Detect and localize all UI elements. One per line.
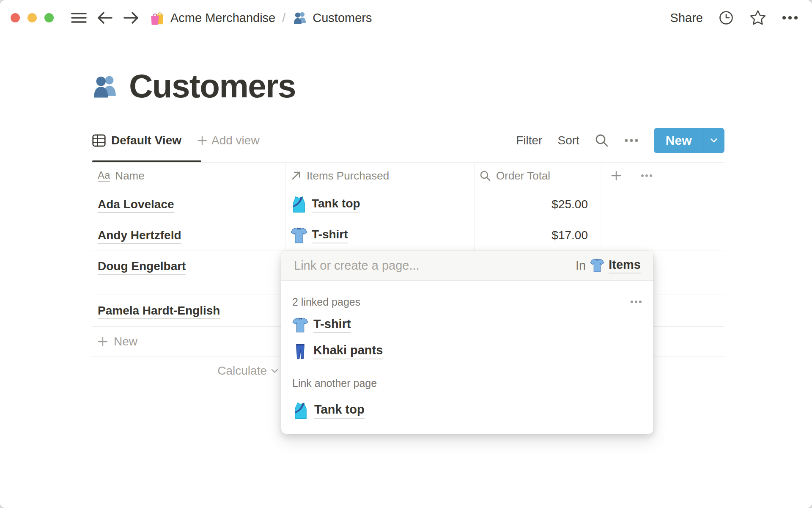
relation-picker-popup: Link or create a page... In Items 2 link… xyxy=(281,251,653,434)
tab-default-view[interactable]: Default View xyxy=(92,134,181,147)
cell-items-purchased[interactable]: Tank top xyxy=(285,196,474,213)
table-options-icon[interactable] xyxy=(641,174,653,177)
cell-order-total[interactable]: $17.00 xyxy=(474,229,601,242)
table-row: Andy Hertzfeld T-shirt $17.00 xyxy=(92,220,724,251)
scope-database-link[interactable]: Items xyxy=(609,258,641,273)
window-controls xyxy=(11,13,54,22)
linked-pages-section-header: 2 linked pages xyxy=(292,295,642,309)
link-another-section-header: Link another page xyxy=(292,376,642,390)
linked-pages-count-label: 2 linked pages xyxy=(292,296,630,308)
plus-icon xyxy=(198,136,207,145)
search-icon[interactable] xyxy=(595,133,609,148)
column-header-items-purchased[interactable]: Items Purchased xyxy=(285,169,474,182)
item-page-link[interactable]: Tank top xyxy=(312,197,360,213)
add-column-button[interactable] xyxy=(611,171,621,181)
new-record-split-button: New xyxy=(654,128,724,153)
linked-page-item[interactable]: T-shirt xyxy=(292,314,642,336)
table-view-icon xyxy=(92,134,106,147)
breadcrumb-workspace-label: Acme Merchandise xyxy=(170,11,275,25)
people-icon xyxy=(292,10,307,25)
forward-arrow-icon[interactable] xyxy=(123,11,139,25)
close-window-button[interactable] xyxy=(11,13,20,22)
shopping-bags-icon xyxy=(149,10,165,26)
share-button[interactable]: Share xyxy=(670,11,703,25)
column-header-order-total[interactable]: Order Total xyxy=(474,169,601,182)
relation-scope: In Items xyxy=(576,258,641,273)
updates-clock-icon[interactable] xyxy=(718,10,734,26)
cell-name[interactable]: Andy Hertzfeld xyxy=(92,229,285,242)
suggested-page-label: Tank top xyxy=(314,403,365,419)
page-link[interactable]: Andy Hertzfeld xyxy=(98,229,181,244)
plus-icon xyxy=(611,171,621,181)
chevron-down-icon xyxy=(271,369,278,373)
back-arrow-icon[interactable] xyxy=(97,11,113,25)
active-tab-underline xyxy=(92,160,201,162)
text-property-icon: Aa xyxy=(98,170,110,182)
column-header-name-label: Name xyxy=(115,169,144,182)
cell-name[interactable]: Doug Engelbart xyxy=(92,251,285,273)
tank-top-icon xyxy=(292,402,309,419)
column-header-name[interactable]: Aa Name xyxy=(92,169,285,182)
sidebar-menu-icon[interactable] xyxy=(71,12,87,23)
breadcrumb-separator: / xyxy=(280,11,287,25)
tshirt-icon xyxy=(291,227,307,244)
chevron-down-icon xyxy=(710,138,718,143)
breadcrumb: Acme Merchandise / Customers xyxy=(149,10,372,26)
page-title[interactable]: Customers xyxy=(129,67,296,105)
link-search-input[interactable]: Link or create a page... xyxy=(294,259,576,273)
page-header: Customers xyxy=(91,67,296,105)
column-header-items-label: Items Purchased xyxy=(307,169,389,182)
cell-name[interactable]: Ada Lovelace xyxy=(92,198,285,211)
page-icon-people[interactable] xyxy=(91,72,119,100)
item-page-link[interactable]: T-shirt xyxy=(312,228,348,243)
link-another-label: Link another page xyxy=(292,377,642,389)
window-titlebar: Acme Merchandise / Customers Share xyxy=(0,0,812,36)
table-row: Ada Lovelace Tank top $25.00 xyxy=(92,189,724,220)
page-link[interactable]: Ada Lovelace xyxy=(98,198,174,213)
app-window: Acme Merchandise / Customers Share xyxy=(0,0,812,508)
tshirt-icon xyxy=(292,317,308,333)
scope-prefix-label: In xyxy=(576,259,586,273)
tank-top-icon xyxy=(291,196,307,213)
favorite-star-icon[interactable] xyxy=(749,10,766,26)
new-record-label: New xyxy=(666,133,692,148)
page-link[interactable]: Pamela Hardt-English xyxy=(98,304,220,319)
zoom-window-button[interactable] xyxy=(44,13,54,22)
calculate-button[interactable]: Calculate xyxy=(92,364,285,378)
jeans-icon xyxy=(292,343,308,359)
table-header-row: Aa Name Items Purchased Order Total xyxy=(92,163,724,189)
linked-page-label: T-shirt xyxy=(313,317,351,333)
relation-picker-header: Link or create a page... In Items xyxy=(281,251,653,281)
cell-name[interactable]: Pamela Hardt-English xyxy=(92,304,285,318)
rollup-magnifier-icon xyxy=(480,170,491,182)
new-record-button[interactable]: New xyxy=(654,128,703,153)
breadcrumb-page[interactable]: Customers xyxy=(292,10,372,25)
tab-default-view-label: Default View xyxy=(111,134,181,147)
add-view-button[interactable]: Add view xyxy=(198,134,260,147)
breadcrumb-workspace[interactable]: Acme Merchandise xyxy=(149,10,275,26)
calculate-label: Calculate xyxy=(217,364,267,378)
minimize-window-button[interactable] xyxy=(27,13,37,22)
collection-toolbar: Default View Add view Filter Sort New xyxy=(92,127,724,154)
linked-page-label: Khaki pants xyxy=(313,343,383,359)
suggested-page-item[interactable]: Tank top xyxy=(292,399,642,422)
plus-icon xyxy=(98,337,108,347)
linked-pages-options-icon[interactable] xyxy=(630,300,642,304)
cell-order-total[interactable]: $25.00 xyxy=(474,198,601,211)
page-link[interactable]: Doug Engelbart xyxy=(98,260,186,275)
cell-items-purchased[interactable]: T-shirt xyxy=(285,227,474,244)
view-options-icon[interactable] xyxy=(624,139,639,142)
new-row-label: New xyxy=(114,335,137,348)
sort-button[interactable]: Sort xyxy=(557,134,579,147)
more-options-icon[interactable] xyxy=(782,16,798,20)
linked-page-item[interactable]: Khaki pants xyxy=(292,340,642,362)
breadcrumb-page-label: Customers xyxy=(313,11,372,25)
tshirt-icon xyxy=(590,258,604,273)
new-record-dropdown-button[interactable] xyxy=(703,128,724,153)
filter-button[interactable]: Filter xyxy=(516,134,542,147)
add-view-label: Add view xyxy=(211,134,260,147)
column-header-order-total-label: Order Total xyxy=(496,169,550,182)
relation-arrow-icon xyxy=(291,170,302,181)
